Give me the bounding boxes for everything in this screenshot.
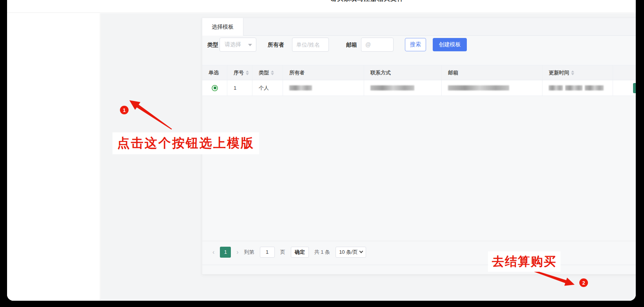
template-table: 单选 序号 类型 所有者 联系方式 邮箱 更新时间 操作 <box>202 65 636 96</box>
jump-page-input[interactable] <box>260 247 275 258</box>
cell-contact <box>364 80 442 96</box>
sort-icon[interactable] <box>246 69 249 77</box>
top-notice-bar: 请买家填写注册相关文件 <box>7 0 636 13</box>
jump-confirm-button[interactable]: 确定 <box>291 247 309 258</box>
type-label: 类型 <box>207 42 218 49</box>
header-updated[interactable]: 更新时间 <box>542 65 613 80</box>
cell-owner <box>283 80 364 96</box>
cell-type: 个人 <box>252 80 283 96</box>
owner-input[interactable] <box>292 38 329 52</box>
header-email: 邮箱 <box>442 65 542 80</box>
type-select-value: 请选择 <box>225 41 241 48</box>
top-notice-text: 请买家填写注册相关文件 <box>330 0 404 3</box>
type-select[interactable]: 请选择 <box>220 38 256 52</box>
cell-single-select <box>202 80 227 96</box>
redacted-owner <box>289 85 312 90</box>
left-sidebar <box>7 13 100 301</box>
header-contact: 联系方式 <box>364 65 442 80</box>
jump-label-after: 页 <box>280 249 285 256</box>
cell-index: 1 <box>227 80 252 96</box>
page-size-select[interactable]: 10 条/页 <box>336 247 366 258</box>
cell-actions: 编辑 实名成功 删除 <box>613 80 636 96</box>
step1-annotation-text: 点击这个按钮选上模版 <box>112 132 259 154</box>
header-type[interactable]: 类型 <box>252 65 283 80</box>
jump-label-before: 到第 <box>244 249 254 256</box>
chevron-down-icon <box>359 249 363 253</box>
next-page-icon[interactable]: › <box>236 249 238 255</box>
sort-icon[interactable] <box>271 69 274 77</box>
page-size-value: 10 条/页 <box>339 249 358 256</box>
table-row: 1 个人 <box>202 80 636 96</box>
pagination: ‹ 1 › 到第 页 确定 共 1 条 10 条/页 <box>202 241 636 263</box>
sort-icon[interactable] <box>571 69 574 77</box>
edit-button[interactable]: 编辑 <box>633 83 636 93</box>
tab-label: 选择模板 <box>212 23 234 31</box>
template-panel: 选择模板 类型 请选择 所有者 邮箱 搜索 创建模板 <box>202 18 636 274</box>
total-count-text: 共 1 条 <box>314 249 330 256</box>
search-button[interactable]: 搜索 <box>405 38 426 51</box>
create-template-button[interactable]: 创建模板 <box>433 38 467 51</box>
email-input[interactable] <box>361 38 394 52</box>
current-page-button[interactable]: 1 <box>220 247 231 258</box>
prev-page-icon[interactable]: ‹ <box>212 249 214 255</box>
tab-bar: 选择模板 <box>202 18 636 36</box>
header-actions: 操作 <box>613 65 636 80</box>
redacted-contact <box>370 85 414 90</box>
redacted-email <box>448 85 509 90</box>
panel-footer-divider <box>202 265 636 265</box>
header-single-select: 单选 <box>202 65 227 80</box>
step2-badge: 2 <box>579 278 588 287</box>
table-header-row: 单选 序号 类型 所有者 联系方式 邮箱 更新时间 操作 <box>202 65 636 80</box>
tab-select-template[interactable]: 选择模板 <box>202 18 243 36</box>
step1-badge: 1 <box>120 106 129 114</box>
header-index[interactable]: 序号 <box>227 65 252 80</box>
search-button-label: 搜索 <box>410 41 421 48</box>
chevron-down-icon <box>248 44 252 48</box>
cell-updated <box>542 80 613 96</box>
screenshot-canvas: 请买家填写注册相关文件 选择模板 类型 请选择 所有者 邮箱 <box>0 0 644 307</box>
email-label: 邮箱 <box>346 42 357 49</box>
owner-label: 所有者 <box>268 42 284 49</box>
create-template-label: 创建模板 <box>439 41 461 48</box>
cell-email <box>442 80 542 96</box>
header-owner: 所有者 <box>283 65 364 80</box>
step2-annotation-text: 去结算购买 <box>488 251 561 272</box>
radio-selected-icon[interactable] <box>212 85 218 91</box>
redacted-updated-time <box>549 85 604 90</box>
